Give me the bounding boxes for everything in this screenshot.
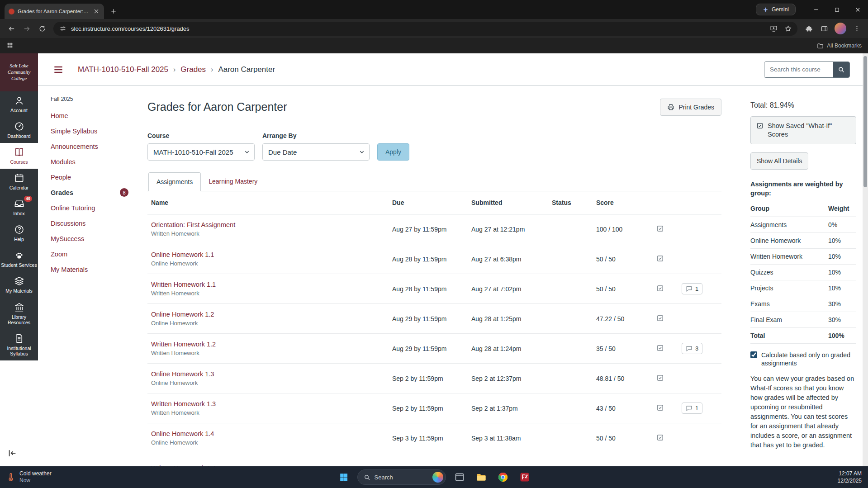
taskbar-clock[interactable]: 12:07 AM 12/2/2025 xyxy=(838,470,862,484)
course-nav-simple-syllabus[interactable]: Simple Syllabus xyxy=(51,123,135,139)
window-maximize-button[interactable] xyxy=(826,0,847,19)
filezilla-icon[interactable] xyxy=(517,469,533,485)
chrome-icon[interactable] xyxy=(495,469,511,485)
calc-graded-only-checkbox[interactable] xyxy=(750,351,757,358)
course-nav-discussions[interactable]: Discussions xyxy=(51,216,135,231)
account-icon xyxy=(14,95,24,106)
slcc-logo[interactable]: Salt Lake Community College xyxy=(0,53,38,91)
what-if-score-icon[interactable] xyxy=(656,374,664,382)
course-search-button[interactable] xyxy=(833,62,849,77)
sidebar-item-student-services[interactable]: Student Services xyxy=(0,246,38,272)
apply-button[interactable]: Apply xyxy=(377,143,409,161)
table-row: Online Homework 1.3Online Homework Sep 2… xyxy=(147,364,721,393)
profile-avatar[interactable] xyxy=(835,23,846,34)
weight-row: Quizzes10% xyxy=(750,265,856,280)
sidebar-item-help[interactable]: Help xyxy=(0,220,38,246)
new-tab-button[interactable] xyxy=(108,5,119,17)
sidebar-item-my-materials[interactable]: My Materials xyxy=(0,272,38,298)
taskbar-center: Search xyxy=(336,466,533,488)
show-all-details-button[interactable]: Show All Details xyxy=(750,152,808,170)
calendar-icon xyxy=(14,173,24,183)
assignment-link[interactable]: Written Homework 1.2 xyxy=(151,341,216,348)
course-nav-announcements[interactable]: Announcements xyxy=(51,139,135,154)
what-if-score-icon[interactable] xyxy=(656,284,664,292)
comments-button[interactable]: 3 xyxy=(682,343,702,354)
window-minimize-button[interactable] xyxy=(806,0,826,19)
screen: Grades for Aaron Carpenter: MA Gemini sl… xyxy=(0,0,868,488)
assignment-link[interactable]: Online Homework 1.3 xyxy=(151,370,214,378)
assignment-link[interactable]: Orientation: First Assignment xyxy=(151,221,235,228)
breadcrumb-grades-link[interactable]: Grades xyxy=(180,65,206,74)
sidebar-item-courses[interactable]: Courses xyxy=(0,143,38,169)
apps-grid-icon[interactable] xyxy=(6,42,14,50)
start-button[interactable] xyxy=(336,469,352,485)
sidebar-item-institutional-syllabus[interactable]: Institutional Syllabus xyxy=(0,329,38,360)
search-highlights-icon[interactable] xyxy=(432,472,443,483)
course-nav-mysuccess[interactable]: MySuccess xyxy=(51,231,135,246)
breadcrumb-course-link[interactable]: MATH-1010-510-Fall 2025 xyxy=(78,65,168,74)
what-if-score-icon[interactable] xyxy=(656,255,664,262)
col-name: Name xyxy=(147,191,389,214)
weight-row: Written Homework10% xyxy=(750,249,856,265)
window-close-button[interactable] xyxy=(847,0,868,19)
grades-badge: 8 xyxy=(120,188,128,197)
course-nav-home[interactable]: Home xyxy=(51,108,135,123)
comments-button[interactable]: 1 xyxy=(682,403,702,414)
browser-tab[interactable]: Grades for Aaron Carpenter: MA xyxy=(5,4,104,19)
taskbar-search[interactable]: Search xyxy=(357,469,446,485)
course-nav-zoom[interactable]: Zoom xyxy=(51,246,135,262)
bookmark-star-icon[interactable] xyxy=(781,22,795,35)
all-bookmarks-button[interactable]: All Bookmarks xyxy=(817,43,862,49)
assignment-link[interactable]: Written Homework 1.3 xyxy=(151,400,216,407)
sidebar-item-calendar[interactable]: Calendar xyxy=(0,169,38,194)
tab-close-icon[interactable] xyxy=(93,8,100,15)
back-button[interactable] xyxy=(5,22,18,35)
what-if-score-icon[interactable] xyxy=(656,434,664,441)
assignment-link[interactable]: Written Homework 1.1 xyxy=(151,281,216,288)
file-explorer-icon[interactable] xyxy=(473,469,489,485)
reload-button[interactable] xyxy=(35,22,49,35)
assignment-link[interactable]: Online Homework 1.1 xyxy=(151,251,214,258)
assignment-link[interactable]: Online Homework 1.4 xyxy=(151,430,214,437)
course-nav-toggle-icon[interactable] xyxy=(52,64,64,76)
extensions-icon[interactable] xyxy=(802,22,816,35)
what-if-score-icon[interactable] xyxy=(656,344,664,352)
comments-button[interactable]: 1 xyxy=(682,283,702,294)
course-search-input[interactable] xyxy=(764,62,833,77)
course-nav-online-tutoring[interactable]: Online Tutoring xyxy=(51,200,135,216)
course-nav-modules[interactable]: Modules xyxy=(51,154,135,170)
search-icon xyxy=(838,66,845,73)
gemini-button[interactable]: Gemini xyxy=(756,4,796,15)
what-if-score-icon[interactable] xyxy=(656,404,664,412)
assignment-link[interactable]: Online Homework 1.2 xyxy=(151,311,214,318)
course-nav-people[interactable]: People xyxy=(51,170,135,185)
sidebar-item-library-resources[interactable]: Library Resources xyxy=(0,298,38,329)
app-window-icon[interactable] xyxy=(451,469,468,485)
tab-assignments[interactable]: Assignments xyxy=(148,172,201,191)
what-if-score-icon[interactable] xyxy=(656,225,664,232)
what-if-icon xyxy=(756,122,764,129)
sidebar-item-account[interactable]: Account xyxy=(0,91,38,117)
page-scrollbar[interactable] xyxy=(863,53,868,466)
install-app-icon[interactable] xyxy=(767,22,780,35)
grade-summary-sidebar: Total: 81.94% Show Saved "What-If" Score… xyxy=(732,86,868,466)
course-select[interactable]: MATH-1010-510-Fall 2025 xyxy=(147,143,255,161)
sidebar-item-dashboard[interactable]: Dashboard xyxy=(0,117,38,143)
side-panel-icon[interactable] xyxy=(817,22,831,35)
arrange-by-select[interactable]: Due Date xyxy=(262,143,370,161)
show-what-if-button[interactable]: Show Saved "What-If" Scores xyxy=(750,116,856,144)
weather-widget[interactable]: Cold weather Now xyxy=(6,470,52,484)
browser-menu-icon[interactable] xyxy=(850,22,863,35)
scrollbar-thumb[interactable] xyxy=(863,56,867,187)
inbox-icon xyxy=(14,199,24,209)
course-nav-grades[interactable]: Grades8 xyxy=(51,185,135,200)
collapse-global-nav-button[interactable] xyxy=(0,448,38,466)
course-nav-my-materials[interactable]: My Materials xyxy=(51,262,135,277)
what-if-score-icon[interactable] xyxy=(656,314,664,322)
forward-button[interactable] xyxy=(20,22,33,35)
print-grades-button[interactable]: Print Grades xyxy=(660,99,721,116)
tab-learning-mastery[interactable]: Learning Mastery xyxy=(201,172,265,191)
sidebar-item-inbox[interactable]: 40 Inbox xyxy=(0,194,38,220)
address-bar[interactable]: slcc.instructure.com/courses/1202631/gra… xyxy=(53,22,797,36)
site-settings-icon[interactable] xyxy=(59,25,66,32)
